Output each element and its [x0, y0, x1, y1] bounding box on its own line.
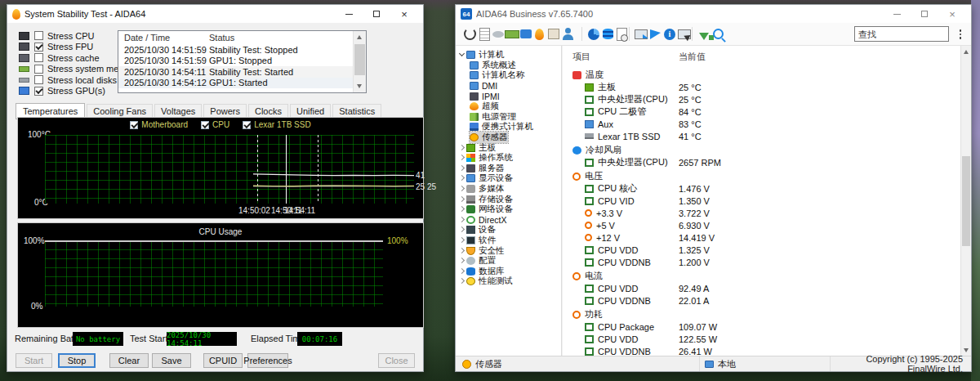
- tree-item-IPMI[interactable]: IPMI: [456, 91, 561, 101]
- remote-icon[interactable]: [635, 29, 648, 39]
- stress-checkbox[interactable]: [34, 31, 43, 40]
- tree-item-服务器[interactable]: 服务器: [456, 164, 561, 174]
- legend-checkbox[interactable]: [130, 121, 138, 129]
- sensor-row[interactable]: +12 V14.419 V: [572, 231, 957, 244]
- tree-item-设备[interactable]: 设备: [456, 225, 561, 235]
- chevron-right-icon[interactable]: [458, 185, 466, 193]
- chevron-right-icon[interactable]: [458, 216, 466, 224]
- stability-test-titlebar[interactable]: System Stability Test - AIDA64 ×: [7, 5, 423, 23]
- tree-item-主板[interactable]: 主板: [456, 142, 561, 153]
- tree-item-性能测试[interactable]: 性能测试: [456, 276, 561, 287]
- scroll-up-icon[interactable]: [357, 35, 362, 39]
- video-icon[interactable]: [520, 29, 532, 38]
- sensor-row[interactable]: +3.3 V3.722 V: [572, 207, 957, 219]
- sensor-row[interactable]: CPU 二极管84 °C: [572, 105, 957, 118]
- chevron-right-icon[interactable]: [458, 236, 466, 244]
- sensor-row[interactable]: CPU VDDNB22.01 A: [572, 294, 957, 307]
- save-button[interactable]: Save: [152, 353, 191, 368]
- scroll-thumb[interactable]: [962, 156, 970, 246]
- tree-item-计算机[interactable]: 计算机: [456, 50, 561, 61]
- send-icon[interactable]: [650, 29, 661, 39]
- tree-item-操作系统[interactable]: 操作系统: [456, 153, 561, 164]
- log-scrollbar[interactable]: [353, 31, 366, 92]
- scroll-thumb[interactable]: [354, 44, 365, 75]
- tree-item-传感器[interactable]: 传感器: [456, 132, 561, 143]
- maximize-button[interactable]: [911, 6, 938, 22]
- preferences-button[interactable]: Preferences: [247, 353, 288, 368]
- stress-checkbox[interactable]: [34, 53, 43, 62]
- test-log-table[interactable]: Date / Time Status 2025/10/30 14:51:59St…: [118, 30, 367, 93]
- chevron-right-icon[interactable]: [458, 257, 466, 265]
- sensor-row[interactable]: Lexar 1TB SSD41 °C: [572, 130, 957, 142]
- chevron-right-icon[interactable]: [458, 174, 466, 182]
- log-row[interactable]: 2025/10/30 14:51:59GPU1: Stopped: [118, 56, 366, 67]
- sensor-row[interactable]: CPU Package109.07 W: [572, 320, 957, 333]
- tree-item-多媒体[interactable]: 多媒体: [456, 184, 561, 195]
- database-icon[interactable]: [603, 29, 613, 39]
- log-row[interactable]: 2025/10/30 14:54:11Stability Test: Start…: [118, 66, 366, 78]
- chevron-right-icon[interactable]: [458, 267, 466, 276]
- tree-item-数据库[interactable]: 数据库: [456, 266, 561, 276]
- minimize-button[interactable]: [883, 6, 911, 22]
- tree-item-配置[interactable]: 配置: [456, 256, 561, 267]
- chevron-right-icon[interactable]: [458, 226, 466, 234]
- tree-item-便携式计算机[interactable]: 便携式计算机: [456, 122, 561, 132]
- tree-item-DMI[interactable]: DMI: [456, 81, 561, 92]
- tree-item-DirectX[interactable]: DirectX: [456, 215, 561, 226]
- chevron-right-icon[interactable]: [458, 277, 466, 285]
- sensor-row[interactable]: CPU 核心1.476 V: [572, 182, 957, 195]
- start-button[interactable]: Start: [16, 353, 52, 368]
- stress-checkbox[interactable]: [34, 75, 43, 84]
- chevron-right-icon[interactable]: [458, 154, 466, 162]
- panel-scrollbar[interactable]: [960, 46, 971, 356]
- minimize-button[interactable]: [335, 6, 363, 22]
- stop-button[interactable]: Stop: [58, 353, 96, 368]
- remote-control-icon[interactable]: [678, 29, 691, 39]
- chevron-down-icon[interactable]: [458, 51, 466, 59]
- sensor-row[interactable]: 中央处理器(CPU)25 °C: [572, 93, 957, 105]
- sensor-row[interactable]: CPU VDD122.55 W: [572, 333, 957, 345]
- close-test-button[interactable]: Close: [378, 353, 415, 368]
- report-wizard-icon[interactable]: [617, 28, 627, 41]
- cpuid-button[interactable]: CPUID: [203, 353, 243, 368]
- stress-icon[interactable]: [535, 29, 544, 40]
- tree-item-超频[interactable]: 超频: [456, 101, 561, 112]
- aida64-titlebar[interactable]: 64 AIDA64 Business v7.65.7400 ×: [456, 5, 971, 23]
- chevron-right-icon[interactable]: [458, 205, 466, 213]
- log-row[interactable]: 2025/10/30 14:51:59Stability Test: Stopp…: [118, 44, 366, 56]
- legend-checkbox[interactable]: [201, 121, 209, 129]
- tree-item-计算机名称[interactable]: 计算机名称: [456, 70, 561, 81]
- chart-icon[interactable]: [588, 29, 599, 40]
- maximize-button[interactable]: [363, 6, 390, 22]
- report-icon[interactable]: [479, 28, 490, 41]
- chevron-right-icon[interactable]: [458, 195, 466, 204]
- clear-button[interactable]: Clear: [109, 353, 149, 368]
- scroll-up-icon[interactable]: [964, 50, 969, 54]
- refresh-icon[interactable]: [464, 28, 476, 40]
- tree-item-网络设备[interactable]: 网络设备: [456, 204, 561, 215]
- sensor-row[interactable]: Aux83 °C: [572, 118, 957, 130]
- sensor-row[interactable]: CPU VID1.350 V: [572, 195, 957, 207]
- close-button[interactable]: ×: [938, 6, 966, 22]
- sensor-row[interactable]: 中央处理器(CPU)2657 RPM: [572, 156, 957, 168]
- info-icon[interactable]: [664, 29, 675, 40]
- scroll-down-icon[interactable]: [964, 348, 969, 352]
- legend-checkbox[interactable]: [243, 121, 251, 129]
- memory-icon[interactable]: [505, 30, 519, 38]
- chevron-right-icon[interactable]: [458, 247, 466, 255]
- tree-item-电源管理[interactable]: 电源管理: [456, 112, 561, 123]
- tree-item-软件[interactable]: 软件: [456, 235, 561, 246]
- tree-item-系统概述[interactable]: 系统概述: [456, 61, 561, 71]
- sensor-row[interactable]: 主板25 °C: [572, 81, 957, 93]
- stress-checkbox[interactable]: [34, 43, 43, 52]
- find-icon[interactable]: [713, 29, 724, 39]
- stress-checkbox[interactable]: [34, 65, 43, 74]
- sensor-row[interactable]: +5 V6.930 V: [572, 219, 957, 231]
- tree-item-存储设备[interactable]: 存储设备: [456, 194, 561, 204]
- sensor-row[interactable]: CPU VDD1.325 V: [572, 244, 957, 256]
- scroll-down-icon[interactable]: [357, 84, 362, 88]
- close-button[interactable]: ×: [390, 6, 418, 22]
- sensor-row[interactable]: CPU VDDNB1.200 V: [572, 256, 957, 268]
- sensor-row[interactable]: CPU VDD92.49 A: [572, 282, 957, 294]
- tree-item-安全性[interactable]: 安全性: [456, 245, 561, 256]
